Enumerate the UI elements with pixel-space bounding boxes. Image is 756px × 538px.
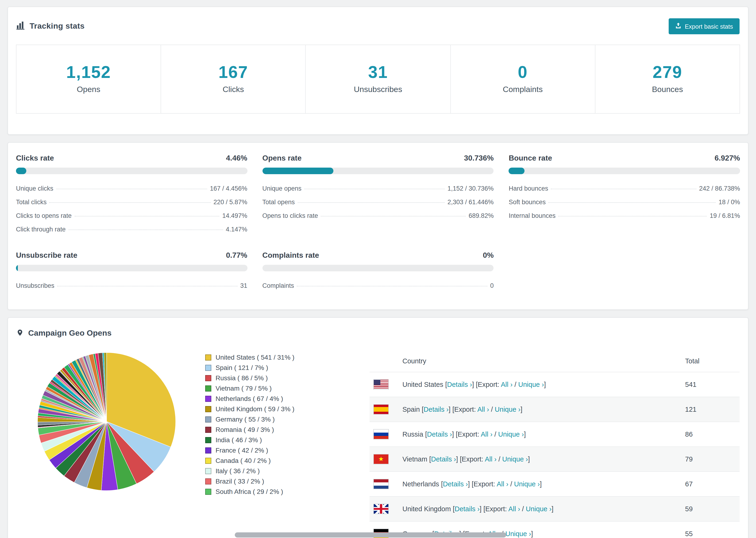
stat-label: Complaints [451, 85, 595, 94]
stat-bounces: 279 Bounces [595, 45, 739, 113]
export-unique-link[interactable]: Unique › [502, 455, 528, 463]
export-all-link[interactable]: All › [501, 381, 513, 388]
legend-item: Germany ( 55 / 3% ) [205, 416, 369, 423]
export-all-link[interactable]: All › [485, 455, 497, 463]
complaints-rate-bar [262, 265, 494, 271]
legend-item: Russia ( 86 / 5% ) [205, 374, 369, 381]
total-value: 55 [681, 521, 739, 538]
vietnam-flag-icon [373, 454, 389, 464]
tracking-stats-header: Tracking stats Export basic stats [8, 7, 748, 43]
stat-label: Clicks [161, 85, 305, 94]
stat-value: 0 [451, 63, 595, 81]
page: Tracking stats Export basic stats 1,152 … [0, 0, 756, 538]
legend-swatch [205, 416, 211, 422]
legend-swatch [205, 406, 211, 412]
details-link[interactable]: Details › [455, 505, 479, 512]
total-value: 59 [681, 496, 739, 521]
stat-value: 279 [595, 63, 739, 81]
rate-title: Unsubscribe rate [16, 251, 77, 259]
export-all-link[interactable]: All › [497, 480, 508, 488]
legend-item: Canada ( 40 / 2% ) [205, 457, 369, 464]
clicks-rate-block: Clicks rate 4.46% Unique clicks167 / 4.4… [16, 154, 247, 236]
export-unique-link[interactable]: Unique › [505, 530, 531, 537]
bounce-rate-block: Bounce rate 6.927% Hard bounces242 / 86.… [509, 154, 740, 236]
total-column-header: Total [681, 350, 739, 372]
legend-swatch [205, 447, 211, 453]
rate-title: Complaints rate [262, 251, 319, 259]
clicks-rate-bar [16, 167, 247, 174]
legend-swatch [205, 364, 211, 371]
tracking-stats-card: Tracking stats Export basic stats 1,152 … [8, 7, 748, 134]
horizontal-scrollbar-thumb[interactable] [235, 532, 506, 538]
legend-swatch [205, 426, 211, 433]
details-link[interactable]: Details › [443, 480, 468, 488]
pie-chart-svg [36, 351, 177, 492]
rate-value: 6.927% [715, 154, 740, 162]
export-basic-stats-button[interactable]: Export basic stats [669, 18, 739, 34]
legend-item: Brazil ( 33 / 2% ) [205, 478, 369, 485]
rate-title: Clicks rate [16, 154, 54, 162]
legend-item: United States ( 541 / 31% ) [205, 354, 369, 361]
legend-item: Spain ( 121 / 7% ) [205, 364, 369, 371]
table-row-russia: Russia [Details ›] [Export: All › / Uniq… [369, 422, 739, 447]
united-states-flag-icon [373, 379, 389, 389]
unsubscribe-rate-block: Unsubscribe rate 0.77% Unsubscribes31 [16, 251, 247, 292]
legend-swatch [205, 385, 211, 391]
legend-item: South Africa ( 29 / 2% ) [205, 488, 369, 495]
table-row-united-kingdom: United Kingdom [Details ›] [Export: All … [369, 496, 739, 521]
legend-swatch [205, 478, 211, 484]
geo-pie-chart [8, 350, 205, 538]
details-link[interactable]: Details › [431, 455, 456, 463]
page-title: Tracking stats [29, 22, 84, 31]
map-pin-icon [17, 328, 24, 339]
complaints-rate-block: Complaints rate 0% Complaints0 [262, 251, 494, 292]
details-link[interactable]: Details › [423, 405, 449, 413]
export-all-link[interactable]: All › [508, 505, 520, 512]
rate-title: Opens rate [262, 154, 301, 162]
details-link[interactable]: Details › [447, 381, 472, 388]
rate-value: 0% [483, 251, 494, 259]
legend-swatch [205, 468, 211, 474]
export-unique-link[interactable]: Unique › [495, 405, 520, 413]
export-unique-link[interactable]: Unique › [514, 480, 540, 488]
spain-flag-icon [373, 404, 389, 414]
stat-opens: 1,152 Opens [17, 45, 161, 113]
export-all-link[interactable]: All › [481, 430, 493, 438]
geo-content: United States ( 541 / 31% ) Spain ( 121 … [8, 343, 748, 538]
rates-card: Clicks rate 4.46% Unique clicks167 / 4.4… [8, 142, 748, 310]
rate-value: 30.736% [464, 154, 494, 162]
table-header-row: Country Total [369, 350, 739, 372]
summary-stats-row: 1,152 Opens 167 Clicks 31 Unsubscribes 0… [16, 45, 740, 113]
legend-item: Netherlands ( 67 / 4% ) [205, 395, 369, 402]
stat-label: Unsubscribes [306, 85, 450, 94]
opens-rate-block: Opens rate 30.736% Unique opens1,152 / 3… [262, 154, 494, 236]
export-icon [675, 23, 681, 30]
geo-opens-card: Campaign Geo Opens United States ( 541 /… [8, 317, 748, 538]
legend-swatch [205, 488, 211, 495]
legend-swatch [205, 437, 211, 443]
stat-label: Opens [17, 85, 161, 94]
export-unique-link[interactable]: Unique › [498, 430, 524, 438]
opens-rate-bar [262, 167, 494, 174]
export-all-link[interactable]: All › [477, 405, 489, 413]
export-unique-link[interactable]: Unique › [518, 381, 544, 388]
export-unique-link[interactable]: Unique › [526, 505, 552, 512]
netherlands-flag-icon [373, 479, 389, 489]
bounce-rate-bar [509, 167, 740, 174]
pie-legend: United States ( 541 / 31% ) Spain ( 121 … [205, 354, 369, 538]
stat-complaints: 0 Complaints [451, 45, 595, 113]
rate-title: Bounce rate [509, 154, 552, 162]
country-column-header: Country [399, 350, 681, 372]
total-value: 121 [681, 397, 739, 422]
table-row-netherlands: Netherlands [Details ›] [Export: All › /… [369, 471, 739, 496]
geo-table-wrap: Country Total United States [Details ›] … [369, 350, 748, 538]
legend-item: Vietnam ( 79 / 5% ) [205, 385, 369, 392]
stat-value: 1,152 [17, 63, 161, 81]
legend-item: India ( 46 / 3% ) [205, 436, 369, 443]
bar-chart-icon [17, 21, 25, 31]
details-link[interactable]: Details › [427, 430, 452, 438]
total-value: 86 [681, 422, 739, 447]
unsubscribe-rate-bar [16, 265, 247, 271]
united-kingdom-flag-icon [373, 504, 389, 514]
total-value: 67 [681, 471, 739, 496]
